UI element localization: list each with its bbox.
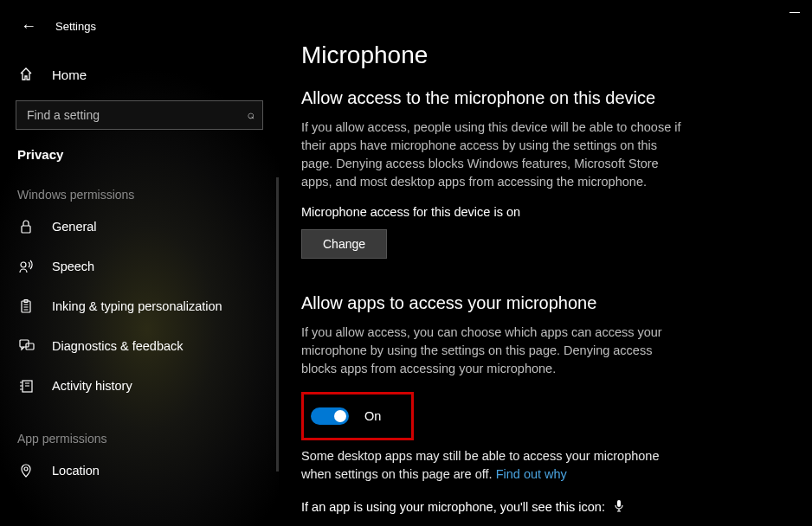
note-text: Some desktop apps may still be able to a… <box>301 449 659 481</box>
sidebar-item-label: Activity history <box>52 379 132 393</box>
section1-heading: Allow access to the microphone on this d… <box>301 88 786 108</box>
back-icon[interactable]: ← <box>21 17 36 35</box>
sidebar-item-label: Speech <box>52 260 94 273</box>
mic-indicator-line: If an app is using your microphone, you'… <box>301 499 786 514</box>
svg-point-15 <box>24 467 28 471</box>
feedback-icon <box>19 339 35 353</box>
section1-body: If you allow access, people using this d… <box>301 119 682 191</box>
clipboard-icon <box>19 299 35 313</box>
location-icon <box>19 464 35 478</box>
apps-access-toggle[interactable] <box>311 407 349 425</box>
desktop-apps-note: Some desktop apps may still be able to a… <box>301 447 682 484</box>
sidebar-item-activity-history[interactable]: Activity history <box>0 366 279 406</box>
sidebar-item-speech[interactable]: Speech <box>0 247 279 286</box>
toggle-state-label: On <box>364 409 381 423</box>
content: Microphone Allow access to the microphon… <box>301 0 786 526</box>
sidebar-item-general[interactable]: General <box>0 207 279 247</box>
sidebar-item-label: Location <box>52 464 100 478</box>
nav-home-label: Home <box>52 67 87 82</box>
sidebar-item-label: General <box>52 220 97 234</box>
speech-icon <box>19 260 35 273</box>
svg-point-1 <box>21 262 26 267</box>
change-button[interactable]: Change <box>301 229 387 259</box>
minimize-button[interactable] <box>789 12 800 13</box>
mic-indicator-text: If an app is using your microphone, you'… <box>301 500 605 514</box>
search-input[interactable] <box>16 100 263 130</box>
scrollbar[interactable] <box>276 177 279 471</box>
sidebar-item-label: Inking & typing personalization <box>52 299 222 313</box>
sidebar-item-inking[interactable]: Inking & typing personalization <box>0 286 279 326</box>
sidebar: ← Settings Home ⌕ Privacy Windows permis… <box>0 0 279 526</box>
section2-body: If you allow access, you can choose whic… <box>301 324 682 378</box>
microphone-icon <box>614 500 624 514</box>
search-icon: ⌕ <box>248 107 255 121</box>
svg-rect-0 <box>22 226 30 233</box>
window-title: Settings <box>55 20 96 33</box>
home-icon <box>19 67 35 81</box>
svg-rect-16 <box>617 500 621 507</box>
highlighted-toggle-region: On <box>301 392 414 440</box>
section-app-permissions: App permissions <box>17 432 279 446</box>
page-title: Microphone <box>301 42 786 69</box>
category-label: Privacy <box>17 147 279 162</box>
lock-icon <box>19 220 35 234</box>
sidebar-item-location[interactable]: Location <box>0 451 279 491</box>
find-out-why-link[interactable]: Find out why <box>496 467 567 481</box>
toggle-knob <box>334 410 346 422</box>
section2-heading: Allow apps to access your microphone <box>301 293 786 313</box>
nav-home[interactable]: Home <box>0 57 279 92</box>
sidebar-item-diagnostics[interactable]: Diagnostics & feedback <box>0 326 279 366</box>
history-icon <box>19 379 35 393</box>
sidebar-item-label: Diagnostics & feedback <box>52 339 184 353</box>
device-access-status: Microphone access for this device is on <box>301 205 786 219</box>
section-windows-permissions: Windows permissions <box>17 188 279 202</box>
